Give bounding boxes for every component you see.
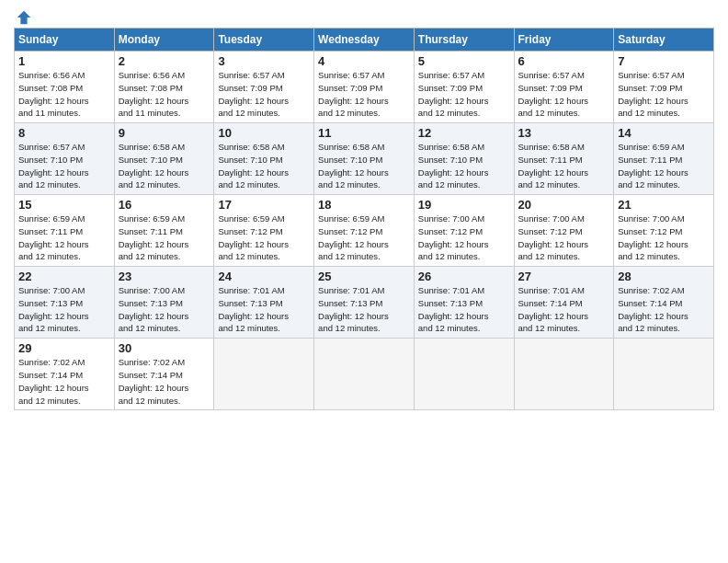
day-number: 9: [119, 126, 210, 140]
day-number: 1: [18, 54, 110, 68]
day-info: Sunrise: 6:59 AMSunset: 7:12 PMDaylight:…: [218, 213, 310, 263]
day-number: 11: [318, 126, 410, 140]
day-number: 17: [218, 198, 310, 212]
day-number: 3: [218, 54, 310, 68]
logo: [14, 9, 32, 22]
calendar-cell: 21Sunrise: 7:00 AMSunset: 7:12 PMDayligh…: [614, 195, 714, 267]
day-info: Sunrise: 7:00 AMSunset: 7:13 PMDaylight:…: [18, 284, 110, 335]
calendar-cell: 2Sunrise: 6:56 AMSunset: 7:08 PMDaylight…: [114, 52, 214, 123]
day-number: 30: [119, 341, 210, 355]
calendar-cell: 24Sunrise: 7:01 AMSunset: 7:13 PMDayligh…: [214, 267, 314, 339]
calendar-cell: 3Sunrise: 6:57 AMSunset: 7:09 PMDaylight…: [214, 52, 314, 123]
day-info: Sunrise: 6:57 AMSunset: 7:09 PMDaylight:…: [518, 69, 610, 120]
day-info: Sunrise: 6:59 AMSunset: 7:11 PMDaylight:…: [18, 213, 110, 263]
calendar-cell: 23Sunrise: 7:00 AMSunset: 7:13 PMDayligh…: [114, 267, 214, 339]
calendar-cell: 27Sunrise: 7:01 AMSunset: 7:14 PMDayligh…: [514, 267, 614, 339]
day-number: 21: [618, 198, 710, 212]
day-number: 13: [518, 126, 610, 140]
day-info: Sunrise: 7:02 AMSunset: 7:14 PMDaylight:…: [18, 356, 110, 407]
day-info: Sunrise: 7:00 AMSunset: 7:12 PMDaylight:…: [418, 213, 510, 263]
day-header-thursday: Thursday: [414, 29, 514, 52]
day-number: 27: [518, 270, 610, 283]
day-number: 29: [18, 341, 110, 355]
page: SundayMondayTuesdayWednesdayThursdayFrid…: [0, 0, 728, 563]
day-info: Sunrise: 6:56 AMSunset: 7:08 PMDaylight:…: [18, 69, 110, 120]
calendar-cell: 29Sunrise: 7:02 AMSunset: 7:14 PMDayligh…: [15, 339, 115, 410]
day-info: Sunrise: 7:02 AMSunset: 7:14 PMDaylight:…: [119, 356, 210, 407]
day-header-sunday: Sunday: [15, 29, 115, 52]
calendar-cell: 8Sunrise: 6:57 AMSunset: 7:10 PMDaylight…: [15, 123, 115, 195]
calendar-cell: 10Sunrise: 6:58 AMSunset: 7:10 PMDayligh…: [214, 123, 314, 195]
day-info: Sunrise: 6:59 AMSunset: 7:12 PMDaylight:…: [318, 213, 410, 263]
calendar-cell: 20Sunrise: 7:00 AMSunset: 7:12 PMDayligh…: [514, 195, 614, 267]
day-info: Sunrise: 7:00 AMSunset: 7:12 PMDaylight:…: [518, 213, 610, 263]
day-info: Sunrise: 6:58 AMSunset: 7:10 PMDaylight:…: [218, 141, 310, 191]
day-number: 19: [418, 198, 510, 212]
calendar-cell: 11Sunrise: 6:58 AMSunset: 7:10 PMDayligh…: [314, 123, 415, 195]
day-number: 28: [618, 270, 710, 283]
calendar-week-row: 1Sunrise: 6:56 AMSunset: 7:08 PMDaylight…: [15, 52, 714, 123]
day-info: Sunrise: 6:57 AMSunset: 7:09 PMDaylight:…: [418, 69, 510, 120]
calendar-week-row: 29Sunrise: 7:02 AMSunset: 7:14 PMDayligh…: [15, 339, 714, 410]
day-info: Sunrise: 6:58 AMSunset: 7:11 PMDaylight:…: [518, 141, 610, 191]
day-number: 12: [418, 126, 510, 140]
calendar-cell: 7Sunrise: 6:57 AMSunset: 7:09 PMDaylight…: [614, 52, 714, 123]
calendar-table: SundayMondayTuesdayWednesdayThursdayFrid…: [14, 28, 714, 410]
day-number: 23: [119, 270, 210, 283]
day-number: 4: [318, 54, 410, 68]
day-number: 8: [18, 126, 110, 140]
day-header-monday: Monday: [114, 29, 214, 52]
calendar-week-row: 22Sunrise: 7:00 AMSunset: 7:13 PMDayligh…: [15, 267, 714, 339]
svg-marker-0: [17, 11, 30, 24]
day-number: 26: [418, 270, 510, 283]
day-header-friday: Friday: [514, 29, 614, 52]
day-info: Sunrise: 6:57 AMSunset: 7:09 PMDaylight:…: [218, 69, 310, 120]
day-header-saturday: Saturday: [614, 29, 714, 52]
calendar-cell: 30Sunrise: 7:02 AMSunset: 7:14 PMDayligh…: [114, 339, 214, 410]
day-info: Sunrise: 6:59 AMSunset: 7:11 PMDaylight:…: [119, 213, 210, 263]
day-info: Sunrise: 6:58 AMSunset: 7:10 PMDaylight:…: [318, 141, 410, 191]
calendar-cell: 4Sunrise: 6:57 AMSunset: 7:09 PMDaylight…: [314, 52, 415, 123]
calendar-cell: 9Sunrise: 6:58 AMSunset: 7:10 PMDaylight…: [114, 123, 214, 195]
day-info: Sunrise: 6:57 AMSunset: 7:10 PMDaylight:…: [18, 141, 110, 191]
day-header-wednesday: Wednesday: [314, 29, 415, 52]
day-info: Sunrise: 6:57 AMSunset: 7:09 PMDaylight:…: [318, 69, 410, 120]
day-number: 16: [119, 198, 210, 212]
calendar-cell: 15Sunrise: 6:59 AMSunset: 7:11 PMDayligh…: [15, 195, 115, 267]
calendar-cell: [314, 339, 415, 410]
calendar-cell: 6Sunrise: 6:57 AMSunset: 7:09 PMDaylight…: [514, 52, 614, 123]
day-info: Sunrise: 7:00 AMSunset: 7:12 PMDaylight:…: [618, 213, 710, 263]
calendar-week-row: 15Sunrise: 6:59 AMSunset: 7:11 PMDayligh…: [15, 195, 714, 267]
day-info: Sunrise: 7:00 AMSunset: 7:13 PMDaylight:…: [119, 284, 210, 335]
calendar-cell: 26Sunrise: 7:01 AMSunset: 7:13 PMDayligh…: [414, 267, 514, 339]
calendar-cell: [614, 339, 714, 410]
day-number: 22: [18, 270, 110, 283]
calendar-cell: [514, 339, 614, 410]
day-info: Sunrise: 7:01 AMSunset: 7:13 PMDaylight:…: [218, 284, 310, 335]
day-info: Sunrise: 7:01 AMSunset: 7:13 PMDaylight:…: [318, 284, 410, 335]
calendar-header-row: SundayMondayTuesdayWednesdayThursdayFrid…: [15, 29, 714, 52]
calendar-cell: [214, 339, 314, 410]
day-info: Sunrise: 6:58 AMSunset: 7:10 PMDaylight:…: [418, 141, 510, 191]
day-number: 5: [418, 54, 510, 68]
calendar-cell: 13Sunrise: 6:58 AMSunset: 7:11 PMDayligh…: [514, 123, 614, 195]
day-info: Sunrise: 6:59 AMSunset: 7:11 PMDaylight:…: [618, 141, 710, 191]
calendar-cell: 14Sunrise: 6:59 AMSunset: 7:11 PMDayligh…: [614, 123, 714, 195]
day-number: 6: [518, 54, 610, 68]
calendar-cell: 28Sunrise: 7:02 AMSunset: 7:14 PMDayligh…: [614, 267, 714, 339]
calendar-cell: 19Sunrise: 7:00 AMSunset: 7:12 PMDayligh…: [414, 195, 514, 267]
day-number: 10: [218, 126, 310, 140]
day-info: Sunrise: 7:01 AMSunset: 7:14 PMDaylight:…: [518, 284, 610, 335]
day-header-tuesday: Tuesday: [214, 29, 314, 52]
calendar-cell: 16Sunrise: 6:59 AMSunset: 7:11 PMDayligh…: [114, 195, 214, 267]
day-number: 24: [218, 270, 310, 283]
day-info: Sunrise: 7:01 AMSunset: 7:13 PMDaylight:…: [418, 284, 510, 335]
day-number: 18: [318, 198, 410, 212]
calendar-cell: 25Sunrise: 7:01 AMSunset: 7:13 PMDayligh…: [314, 267, 415, 339]
calendar-cell: 18Sunrise: 6:59 AMSunset: 7:12 PMDayligh…: [314, 195, 415, 267]
day-info: Sunrise: 6:58 AMSunset: 7:10 PMDaylight:…: [119, 141, 210, 191]
calendar-cell: 22Sunrise: 7:00 AMSunset: 7:13 PMDayligh…: [15, 267, 115, 339]
day-info: Sunrise: 6:56 AMSunset: 7:08 PMDaylight:…: [119, 69, 210, 120]
day-info: Sunrise: 7:02 AMSunset: 7:14 PMDaylight:…: [618, 284, 710, 335]
day-number: 14: [618, 126, 710, 140]
